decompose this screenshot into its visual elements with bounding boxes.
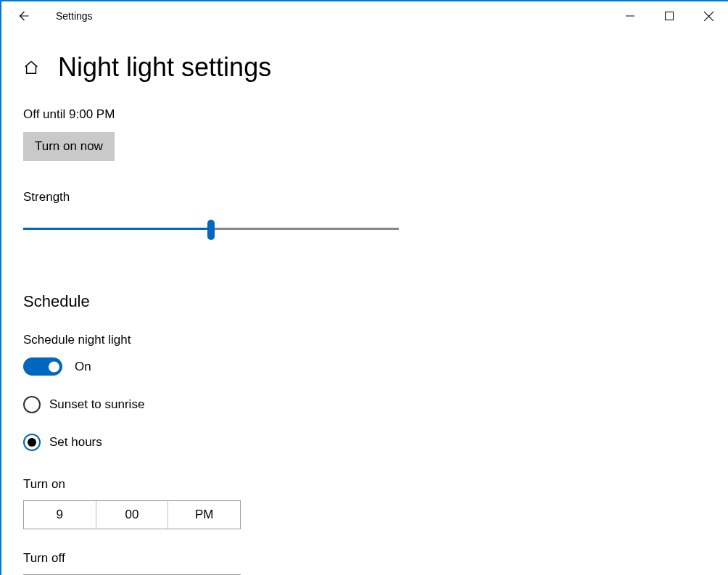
turn-on-now-button[interactable]: Turn on now — [23, 132, 115, 161]
radio-sunset-label: Sunset to sunrise — [49, 397, 144, 412]
radio-set-hours[interactable] — [23, 434, 41, 451]
schedule-toggle[interactable] — [23, 357, 62, 376]
maximize-icon[interactable] — [650, 1, 689, 30]
back-icon[interactable] — [16, 9, 30, 23]
page-heading: Night light settings — [23, 52, 706, 83]
turn-on-label: Turn on — [23, 477, 706, 492]
app-title: Settings — [56, 10, 93, 22]
content: Night light settings Off until 9:00 PM T… — [1, 52, 728, 575]
status-text: Off until 9:00 PM — [23, 107, 706, 122]
turn-on-hour[interactable]: 9 — [24, 501, 96, 529]
svg-rect-1 — [666, 12, 674, 20]
window-controls — [611, 1, 728, 30]
turn-on-time[interactable]: 9 00 PM — [23, 500, 241, 529]
home-icon[interactable] — [23, 59, 39, 75]
page-title: Night light settings — [58, 52, 271, 83]
radio-sunset[interactable] — [23, 396, 41, 413]
title-bar: Settings — [1, 1, 728, 30]
strength-slider[interactable] — [23, 220, 399, 238]
schedule-heading: Schedule — [23, 292, 706, 311]
radio-set-hours-label: Set hours — [49, 435, 102, 450]
turn-on-period[interactable]: PM — [168, 501, 240, 529]
strength-label: Strength — [23, 190, 706, 204]
turn-on-minute[interactable]: 00 — [96, 501, 169, 529]
minimize-icon[interactable] — [611, 1, 650, 30]
close-icon[interactable] — [689, 1, 728, 30]
toggle-state: On — [75, 360, 91, 374]
turn-off-label: Turn off — [23, 551, 706, 566]
schedule-toggle-label: Schedule night light — [23, 333, 706, 347]
